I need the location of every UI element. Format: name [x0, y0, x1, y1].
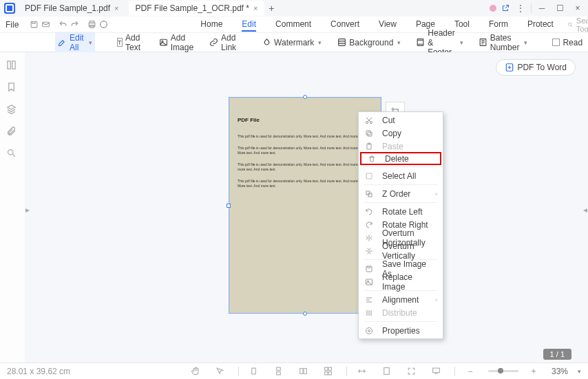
ctx-cut[interactable]: Cut	[359, 113, 443, 127]
chevron-down-icon: ▾	[460, 39, 463, 46]
edit-all-button[interactable]: Edit All ▾	[55, 32, 95, 54]
svg-rect-18	[368, 132, 372, 136]
resize-handle-north[interactable]	[303, 95, 307, 99]
redo-icon[interactable]	[70, 18, 79, 32]
ctx-replace-image[interactable]: Replace Image	[359, 275, 443, 288]
page-indicator: 1 / 1	[543, 349, 571, 360]
undo-icon[interactable]	[59, 18, 67, 32]
page-dimensions: 28.01 x 39.62 cm	[7, 367, 70, 376]
hand-tool-icon[interactable]	[189, 365, 202, 378]
minimize-button[interactable]: ─	[534, 1, 549, 16]
svg-point-16	[366, 121, 368, 123]
menu-view[interactable]: View	[379, 18, 397, 32]
pdf-to-word-button[interactable]: PDF To Word	[496, 59, 576, 76]
chevron-down-icon[interactable]: ▾	[578, 368, 581, 375]
thumbnails-icon[interactable]	[4, 58, 18, 72]
attachment-icon[interactable]	[4, 124, 18, 138]
ctx-properties[interactable]: Properties	[359, 324, 443, 337]
chevron-right-icon: ›	[435, 296, 437, 303]
context-menu: Cut Copy Paste Delete Select All Z Order…	[358, 111, 443, 339]
chevron-down-icon: ▾	[397, 39, 401, 46]
menu-form[interactable]: Form	[489, 18, 508, 32]
tab-close-icon[interactable]: ×	[253, 4, 258, 12]
view-single-icon[interactable]	[247, 365, 261, 378]
layers-icon[interactable]	[4, 102, 18, 116]
app-logo	[4, 3, 15, 14]
save-image-icon	[364, 264, 374, 274]
menu-edit[interactable]: Edit	[242, 18, 256, 32]
select-tool-icon[interactable]	[213, 365, 227, 378]
background-button[interactable]: Background ▾	[334, 36, 403, 49]
zoom-value: 33%	[552, 367, 568, 376]
ctx-label: Overturn Vertically	[382, 241, 437, 261]
ctx-z-order[interactable]: Z Order ›	[359, 187, 443, 200]
add-link-button[interactable]: Add Link	[207, 32, 240, 54]
ctx-label: Rotate Left	[382, 207, 423, 217]
tab-label: PDF File Sample_1.pdf	[25, 3, 110, 13]
menu-convert[interactable]: Convert	[330, 18, 359, 32]
menu-comment[interactable]: Comment	[275, 18, 311, 32]
page-paragraph: This pdf file is used for demonstration …	[238, 134, 372, 139]
ctx-label: Replace Image	[382, 272, 437, 292]
tab-2[interactable]: PDF File Sample_1_OCR.pdf * ×	[129, 1, 265, 16]
resize-handle-west[interactable]	[227, 204, 231, 208]
ctx-distribute: Distribute	[359, 306, 443, 319]
presentation-icon[interactable]	[430, 365, 443, 378]
mail-icon[interactable]	[41, 18, 50, 32]
ribbon-label: Add Text	[125, 33, 144, 52]
replace-image-icon	[364, 277, 374, 287]
close-button[interactable]: ×	[570, 1, 585, 16]
menu-home[interactable]: Home	[200, 18, 222, 32]
palette-icon[interactable]	[99, 18, 108, 32]
background-icon	[337, 38, 346, 47]
bookmark-icon[interactable]	[4, 80, 18, 94]
ctx-overturn-vertical[interactable]: Overturn Vertically	[359, 244, 443, 257]
resize-handle-south[interactable]	[303, 312, 307, 316]
save-icon[interactable]	[30, 18, 39, 32]
print-icon[interactable]	[87, 18, 96, 32]
more-icon[interactable]: ⋮	[513, 1, 528, 16]
fit-width-icon[interactable]	[355, 365, 369, 378]
ctx-delete[interactable]: Delete	[360, 152, 441, 165]
add-text-button[interactable]: T Add Text	[114, 32, 147, 54]
view-facing-icon[interactable]	[297, 365, 311, 378]
status-dot-pink	[488, 3, 498, 13]
tab-1[interactable]: PDF File Sample_1.pdf ×	[18, 1, 126, 16]
fullscreen-icon[interactable]	[405, 365, 419, 378]
svg-point-6	[568, 23, 571, 25]
ctx-select-all[interactable]: Select All	[359, 169, 443, 182]
search-panel-icon[interactable]	[4, 146, 18, 160]
checkbox-icon	[552, 39, 560, 46]
ctx-copy[interactable]: Copy	[359, 127, 443, 140]
external-icon[interactable]	[501, 3, 510, 13]
fit-page-icon[interactable]	[380, 365, 394, 378]
add-image-button[interactable]: Add Image	[156, 32, 197, 54]
canvas[interactable]: ▸ ◂ PDF To Word PDF File This pdf file i…	[25, 52, 588, 362]
tab-close-icon[interactable]: ×	[114, 4, 118, 12]
tab-add-button[interactable]: +	[264, 3, 278, 14]
svg-point-14	[8, 149, 13, 155]
zoom-out-button[interactable]: −	[463, 365, 477, 378]
zoom-slider-thumb[interactable]	[498, 368, 503, 373]
toolbar-file-row: File Home Edit Comment Convert View Page…	[0, 17, 588, 33]
maximize-button[interactable]: ☐	[552, 1, 567, 16]
copy-icon	[364, 129, 374, 138]
zoom-in-button[interactable]: +	[527, 365, 540, 378]
ctx-rotate-left[interactable]: Rotate Left	[359, 205, 443, 218]
menu-protect[interactable]: Protect	[527, 18, 554, 32]
svg-rect-12	[7, 61, 10, 68]
ribbon-label: Edit All	[70, 33, 85, 52]
ribbon-label: Add Image	[171, 33, 194, 52]
zoom-slider[interactable]	[488, 370, 518, 372]
view-facing-continuous-icon[interactable]	[322, 365, 335, 378]
search-tools[interactable]: Search Tools	[567, 17, 588, 33]
read-checkbox[interactable]: Read	[549, 36, 585, 49]
file-menu[interactable]: File	[6, 20, 19, 30]
watermark-button[interactable]: Watermark ▾	[259, 36, 324, 49]
bates-icon	[479, 38, 487, 47]
expand-left-handle[interactable]: ▸	[25, 204, 30, 216]
expand-right-handle[interactable]: ◂	[582, 204, 588, 216]
ctx-alignment[interactable]: Alignment ›	[359, 293, 443, 306]
bates-number-button[interactable]: Bates Number ▾	[476, 32, 531, 54]
view-continuous-icon[interactable]	[272, 365, 286, 378]
